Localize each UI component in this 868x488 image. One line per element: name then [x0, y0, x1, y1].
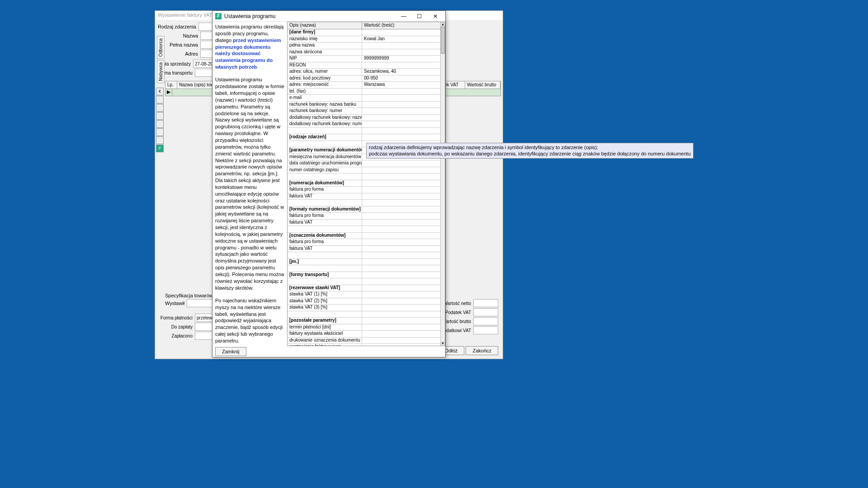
table-row[interactable]: stawka VAT (1) [%]	[288, 291, 440, 298]
table-row[interactable]: [formy transportu]	[288, 272, 440, 279]
scrollbar[interactable]: ▲ ▼	[440, 22, 445, 346]
row-wartosc[interactable]	[362, 239, 366, 245]
minimize-button[interactable]: —	[396, 13, 411, 19]
table-row[interactable]: termin płatności [dni]	[288, 324, 440, 331]
tab-nabywca[interactable]: Nabywca	[157, 60, 165, 83]
table-row[interactable]: rachunek bankowy: numer	[288, 108, 440, 115]
row-wartosc[interactable]	[362, 305, 366, 311]
tool-icon-3[interactable]	[156, 112, 164, 120]
table-row[interactable]: tel. (fax)	[288, 89, 440, 95]
settings-rows[interactable]: [dane firmy]nazwisko imięKowal Janpełna …	[288, 29, 440, 346]
table-row[interactable]: dodatkowy rachunek bankowy: numer	[288, 121, 440, 128]
table-row[interactable]: e-mail	[288, 95, 440, 102]
row-wartosc[interactable]	[362, 246, 366, 252]
row-wartosc[interactable]	[362, 49, 366, 56]
tab-odbiorca[interactable]: Odbiorca	[157, 36, 165, 59]
row-wartosc[interactable]	[362, 128, 366, 134]
row-wartosc[interactable]	[362, 338, 366, 344]
row-wartosc[interactable]	[362, 252, 366, 258]
row-wartosc[interactable]	[362, 121, 366, 127]
table-row[interactable]: adres: miejscowośćWarszawa	[288, 82, 440, 89]
scroll-down-icon[interactable]: ▼	[441, 341, 445, 346]
row-wartosc[interactable]	[362, 324, 366, 331]
row-wartosc[interactable]: Kowal Jan	[362, 36, 387, 42]
table-row[interactable]: faktura pro forma	[288, 239, 440, 246]
row-wartosc[interactable]	[362, 154, 366, 160]
row-wartosc[interactable]	[362, 233, 366, 239]
row-wartosc[interactable]	[362, 147, 366, 154]
table-row[interactable]	[288, 226, 440, 233]
row-wartosc[interactable]	[362, 180, 366, 187]
table-row[interactable]: faktura VAT	[288, 246, 440, 253]
table-row[interactable]: [rodzaje zdarzeń]	[288, 134, 440, 141]
table-row[interactable]: stawka VAT (3) [%]	[288, 305, 440, 311]
table-row[interactable]: REGON	[288, 62, 440, 69]
row-wartosc[interactable]	[362, 206, 366, 213]
table-row[interactable]: adres: kod pocztowy00-950	[288, 75, 440, 82]
scroll-up-icon[interactable]: ▲	[441, 22, 445, 27]
row-wartosc[interactable]	[362, 108, 366, 114]
tool-icon-4[interactable]	[156, 120, 164, 128]
table-row[interactable]: wystawianie faktur w euro	[288, 344, 440, 346]
table-row[interactable]	[288, 265, 440, 272]
row-wartosc[interactable]	[362, 141, 366, 147]
table-row[interactable]: [jm.]	[288, 259, 440, 266]
row-wartosc[interactable]	[362, 160, 366, 167]
row-wartosc[interactable]	[362, 291, 366, 298]
table-row[interactable]: [oznaczenia dokumentów]	[288, 233, 440, 239]
tool-icon-2[interactable]	[156, 104, 164, 112]
row-wartosc[interactable]	[362, 193, 366, 200]
table-row[interactable]	[288, 311, 440, 318]
row-wartosc[interactable]: Sezamkowa, 40	[362, 69, 398, 75]
row-wartosc[interactable]	[362, 200, 366, 206]
tool-icon-6[interactable]	[156, 136, 164, 144]
row-wartosc[interactable]	[362, 62, 366, 69]
table-row[interactable]: nazwa skrócona	[288, 49, 440, 56]
table-row[interactable]: data ostatniego uruchomienia programu	[288, 160, 440, 167]
table-row[interactable]: [dane firmy]	[288, 29, 440, 36]
table-row[interactable]: faktura VAT	[288, 220, 440, 226]
table-row[interactable]: [numeracja dokumentów]	[288, 180, 440, 187]
tool-icon-1[interactable]	[156, 96, 164, 103]
table-row[interactable]	[288, 252, 440, 259]
close-button[interactable]: ✕	[428, 13, 443, 19]
table-row[interactable]: dodatkowy rachunek bankowy: nazwa banku	[288, 115, 440, 122]
table-row[interactable]: NIP9999999999	[288, 56, 440, 62]
zakoncz-button[interactable]: Zakończ	[466, 346, 498, 355]
maximize-button[interactable]: ☐	[412, 13, 427, 19]
row-wartosc[interactable]	[362, 134, 366, 141]
table-row[interactable]: [formaty numeracji dokumentów]	[288, 206, 440, 213]
table-row[interactable]: [pozostałe parametry]	[288, 318, 440, 324]
row-wartosc[interactable]	[362, 115, 366, 121]
scroll-thumb[interactable]	[441, 27, 445, 54]
table-row[interactable]: faktury wystawia właściciel	[288, 331, 440, 338]
row-wartosc[interactable]	[362, 318, 366, 324]
row-wartosc[interactable]	[362, 311, 366, 318]
row-wartosc[interactable]	[362, 102, 366, 108]
row-wartosc[interactable]	[362, 42, 366, 49]
table-row[interactable]: rachunek bankowy: nazwa banku	[288, 102, 440, 108]
table-row[interactable]	[288, 278, 440, 285]
row-wartosc[interactable]: 9999999999	[362, 56, 391, 62]
table-row[interactable]: drukowanie oznaczenia dokumentu	[288, 338, 440, 344]
row-wartosc[interactable]	[362, 29, 366, 36]
table-row[interactable]: pełna nazwa	[288, 42, 440, 49]
row-wartosc[interactable]	[362, 226, 366, 232]
table-row[interactable]: adres: ulica, numerSezamkowa, 40	[288, 69, 440, 75]
row-wartosc[interactable]	[362, 272, 366, 278]
table-row[interactable]	[288, 174, 440, 180]
row-wartosc[interactable]	[362, 89, 366, 95]
settings-titlebar[interactable]: F Ustawienia programu — ☐ ✕	[212, 11, 445, 22]
row-wartosc[interactable]	[362, 265, 366, 272]
table-row[interactable]: [rezerwowe stawki VAT]	[288, 285, 440, 292]
table-row[interactable]: numer ostatniego zapisu	[288, 167, 440, 174]
row-wartosc[interactable]	[362, 331, 366, 337]
row-wartosc[interactable]	[362, 187, 366, 193]
tool-euro[interactable]: €	[156, 88, 164, 95]
row-wartosc[interactable]: 00-950	[362, 75, 380, 82]
row-wartosc[interactable]	[362, 95, 366, 101]
row-wartosc[interactable]: Warszawa	[362, 82, 387, 88]
row-wartosc[interactable]	[362, 220, 366, 226]
table-row[interactable]: nazwisko imięKowal Jan	[288, 36, 440, 43]
row-wartosc[interactable]	[362, 344, 366, 346]
